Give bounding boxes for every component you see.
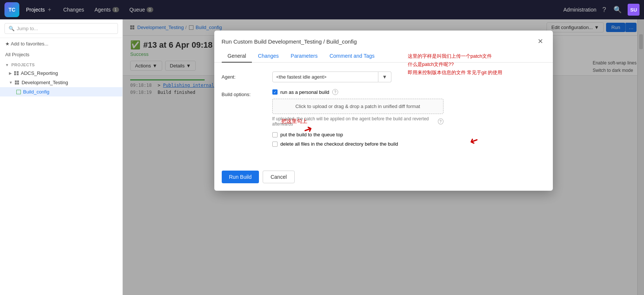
agent-select[interactable]: <the fastest idle agent> [272, 72, 379, 82]
nav-queue[interactable]: Queue 0 [126, 4, 157, 15]
run-personal-build-help-icon[interactable]: ? [332, 89, 338, 95]
patch-note-help-icon[interactable]: ? [438, 118, 443, 124]
search-icon: 🔍 [9, 26, 15, 31]
modal-body: Agent: <the fastest idle agent> ▼ Build … [214, 63, 553, 166]
add-project-icon[interactable]: + [47, 6, 53, 14]
queue-top-row: put the build to the queue top [272, 132, 545, 137]
tab-parameters[interactable]: Parameters [285, 50, 323, 63]
administration-link[interactable]: Administration [563, 7, 596, 13]
adcs-project-icon [14, 71, 19, 76]
queue-badge: 0 [147, 7, 153, 12]
tab-general[interactable]: General [222, 50, 252, 63]
sidebar: 🔍 Jump to... ★ Add to favorites... All P… [0, 19, 123, 295]
jump-to-search[interactable]: 🔍 Jump to... [4, 23, 118, 34]
add-to-favorites-link[interactable]: ★ Add to favorites... [0, 38, 122, 50]
agent-form-row: Agent: <the fastest idle agent> ▼ [222, 72, 545, 82]
projects-collapse-icon: ▼ [5, 63, 9, 67]
build-config-icon [16, 90, 21, 94]
patch-upload-area[interactable]: Click to upload or drag & drop a patch i… [272, 99, 443, 114]
patch-note: If uploaded, the patch will be applied o… [272, 116, 443, 127]
run-personal-build-checkbox[interactable]: ✓ [272, 89, 278, 95]
modal-title: Run Custom Build Development_Testing / B… [222, 38, 357, 45]
tab-changes[interactable]: Changes [252, 50, 285, 63]
top-navigation: TC Projects + Changes Agents 1 Queue 0 A… [0, 0, 644, 19]
sidebar-item-development-testing[interactable]: ▼ Development_Testing [0, 78, 122, 87]
build-options-form-row: Build options: ✓ run as a personal build… [222, 89, 545, 150]
help-icon[interactable]: ? [601, 4, 608, 15]
modal-tabs: General Changes Parameters Comment and T… [214, 46, 553, 63]
adcs-expand-icon: ▶ [9, 71, 12, 75]
nav-right: Administration ? 🔍 SU [563, 4, 640, 16]
run-build-button[interactable]: Run Build [222, 171, 259, 183]
dev-testing-project-icon [15, 80, 19, 85]
agent-select-control: <the fastest idle agent> ▼ [272, 72, 545, 82]
tab-comment-and-tags[interactable]: Comment and Tags [324, 50, 381, 63]
delete-files-row: delete all files in the checkout directo… [272, 141, 545, 147]
tc-logo[interactable]: TC [4, 2, 19, 17]
dev-testing-expand-icon: ▼ [9, 80, 13, 85]
modal-footer: Run Build Cancel [214, 166, 553, 191]
build-options-control: ✓ run as a personal build ? Click to upl… [272, 89, 545, 150]
run-personal-build-row: ✓ run as a personal build ? [272, 89, 545, 95]
search-icon[interactable]: 🔍 [612, 4, 623, 15]
modal-overlay[interactable]: Run Custom Build Development_Testing / B… [123, 19, 644, 295]
run-custom-build-modal: Run Custom Build Development_Testing / B… [214, 31, 553, 191]
sidebar-item-adcs-reporting[interactable]: ▶ ADCS_Reporting [0, 69, 122, 78]
modal-header: Run Custom Build Development_Testing / B… [214, 31, 553, 46]
nav-agents[interactable]: Agents 1 [91, 4, 123, 15]
all-projects-link[interactable]: All Projects [0, 50, 122, 60]
nav-changes[interactable]: Changes [60, 4, 88, 15]
agent-label: Agent: [222, 72, 266, 80]
projects-section-header[interactable]: ▼ PROJECTS [0, 60, 122, 69]
nav-projects[interactable]: Projects + [22, 3, 57, 16]
sidebar-search-area: 🔍 Jump to... [0, 19, 122, 38]
build-options-label: Build options: [222, 89, 266, 97]
cancel-button[interactable]: Cancel [263, 171, 295, 183]
queue-top-checkbox[interactable] [272, 132, 278, 137]
agents-badge: 1 [112, 7, 119, 12]
sidebar-item-build-config[interactable]: Build_config [0, 87, 122, 96]
user-avatar[interactable]: SU [628, 4, 640, 16]
agent-select-arrow[interactable]: ▼ [378, 72, 391, 82]
modal-close-button[interactable]: ✕ [535, 37, 545, 46]
agent-select-wrapper: <the fastest idle agent> ▼ [272, 72, 391, 82]
delete-files-checkbox[interactable] [272, 142, 278, 147]
